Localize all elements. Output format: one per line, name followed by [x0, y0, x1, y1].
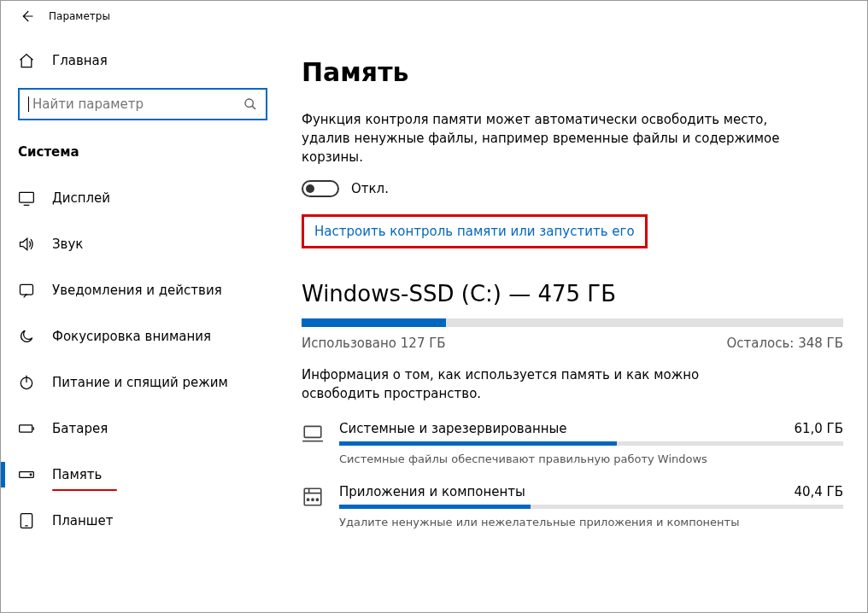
search-box[interactable]	[18, 88, 267, 120]
category-sub: Системные файлы обеспечивают правильную …	[339, 452, 843, 465]
category-apps[interactable]: Приложения и компоненты 40,4 ГБ Удалите …	[302, 484, 843, 528]
display-icon	[18, 190, 35, 207]
toggle-knob	[306, 184, 314, 193]
svg-point-6	[30, 474, 32, 476]
nav-item-power[interactable]: Питание и спящий режим	[18, 359, 267, 406]
category-name: Системные и зарезервированные	[339, 421, 567, 436]
toggle-state-label: Откл.	[351, 181, 389, 196]
category-name: Приложения и компоненты	[339, 484, 525, 499]
nav-item-focus[interactable]: Фокусировка внимания	[18, 313, 267, 359]
moon-icon	[18, 328, 35, 345]
nav-item-tablet[interactable]: Планшет	[18, 498, 267, 544]
used-label: Использовано 127 ГБ	[302, 336, 446, 351]
page-title: Память	[302, 57, 843, 87]
nav-label: Дисплей	[52, 190, 110, 206]
category-size: 40,4 ГБ	[794, 484, 843, 499]
category-sub: Удалите ненужные или нежелательные прило…	[339, 516, 843, 528]
nav-label: Планшет	[52, 513, 114, 528]
home-link[interactable]: Главная	[18, 42, 267, 79]
nav-label: Батарея	[52, 421, 108, 436]
sidebar: Главная Система Дисплей Звук	[1, 32, 274, 612]
home-label: Главная	[52, 53, 108, 68]
nav-label: Память	[52, 467, 102, 482]
storage-sense-description: Функция контроля памяти может автоматиче…	[302, 111, 780, 166]
svg-point-10	[308, 499, 309, 500]
nav-label: Звук	[52, 236, 83, 252]
battery-icon	[18, 420, 35, 437]
nav-item-storage[interactable]: Память	[18, 452, 267, 498]
storage-icon	[18, 466, 35, 483]
svg-point-0	[245, 99, 253, 107]
drive-usage-fill	[302, 318, 446, 327]
nav-label: Питание и спящий режим	[52, 375, 228, 390]
nav-item-notifications[interactable]: Уведомления и действия	[18, 267, 267, 313]
highlighted-link-box: Настроить контроль памяти или запустить …	[302, 214, 648, 248]
tablet-icon	[18, 512, 35, 529]
search-input[interactable]	[32, 96, 243, 112]
category-bar	[339, 505, 843, 509]
window-title: Параметры	[49, 10, 110, 22]
remaining-label: Осталось: 348 ГБ	[727, 336, 844, 351]
nav-item-sound[interactable]: Звук	[18, 221, 267, 267]
storage-sense-toggle[interactable]	[302, 180, 339, 197]
svg-rect-1	[20, 192, 34, 202]
notification-icon	[18, 282, 35, 299]
laptop-icon	[302, 423, 324, 445]
nav-item-display[interactable]: Дисплей	[18, 175, 267, 221]
nav-item-battery[interactable]: Батарея	[18, 406, 267, 452]
drive-description: Информация о том, как используется памят…	[302, 366, 780, 404]
svg-point-12	[316, 499, 318, 500]
nav-label: Уведомления и действия	[52, 283, 222, 298]
apps-icon	[302, 486, 324, 508]
text-cursor	[28, 96, 29, 112]
sound-icon	[18, 236, 35, 253]
category-system[interactable]: Системные и зарезервированные 61,0 ГБ Си…	[302, 421, 843, 465]
arrow-left-icon	[19, 9, 34, 24]
svg-rect-8	[304, 426, 321, 437]
home-icon	[18, 52, 35, 69]
drive-title: Windows-SSD (C:) — 475 ГБ	[302, 281, 843, 306]
svg-rect-9	[304, 488, 321, 505]
svg-rect-2	[21, 284, 33, 295]
nav-label: Фокусировка внимания	[52, 329, 211, 344]
titlebar: Параметры	[1, 1, 867, 32]
back-button[interactable]	[8, 9, 45, 24]
svg-rect-4	[20, 425, 32, 432]
configure-storage-sense-link[interactable]: Настроить контроль памяти или запустить …	[314, 224, 635, 239]
drive-usage-bar	[302, 318, 843, 327]
group-label-system: Система	[18, 144, 267, 160]
svg-point-11	[312, 499, 314, 500]
search-icon	[243, 97, 257, 111]
power-icon	[18, 374, 35, 391]
content-area: Память Функция контроля памяти может авт…	[274, 32, 867, 612]
category-bar	[339, 441, 843, 446]
nav-list: Дисплей Звук Уведомления и действия Фоку…	[18, 175, 267, 544]
category-size: 61,0 ГБ	[794, 421, 843, 436]
